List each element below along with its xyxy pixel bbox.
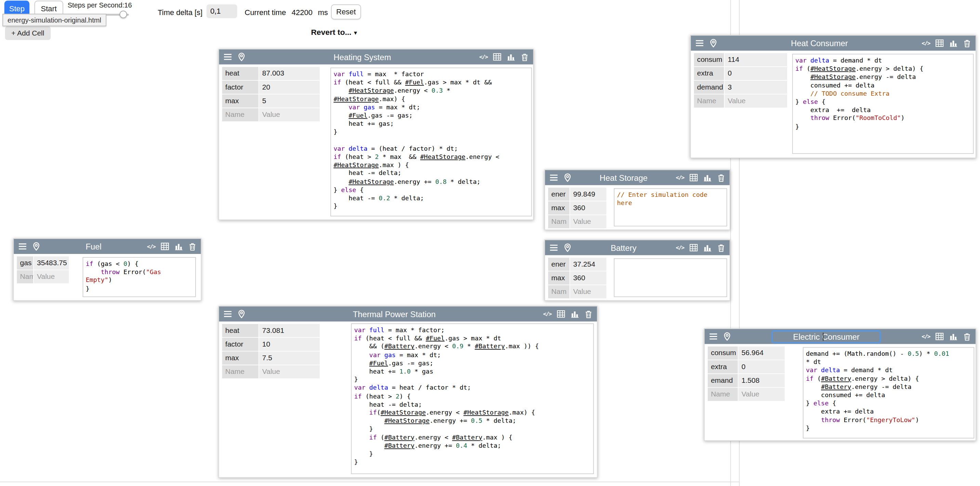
variable-name-cell[interactable]: Nam	[548, 215, 570, 228]
variable-value-cell[interactable]: 10	[259, 338, 320, 351]
trash-icon[interactable]	[520, 52, 529, 62]
variable-name-cell[interactable]: consum	[708, 346, 738, 359]
chart-view-icon[interactable]	[174, 241, 183, 251]
variable-name-cell[interactable]: Name	[708, 388, 738, 401]
variable-value-cell[interactable]: 35483.75	[34, 256, 69, 269]
variable-value-cell[interactable]: Value	[570, 215, 606, 228]
variable-name-cell[interactable]: max	[222, 94, 259, 107]
variable-name-cell[interactable]: max	[548, 272, 570, 284]
pin-icon[interactable]	[563, 173, 572, 182]
menu-icon[interactable]	[549, 243, 558, 252]
code-view-icon[interactable]: </>	[479, 52, 488, 62]
variable-value-cell[interactable]: 56.964	[738, 346, 784, 359]
chart-view-icon[interactable]	[703, 173, 712, 182]
slider-thumb[interactable]	[120, 11, 127, 18]
table-view-icon[interactable]	[935, 332, 944, 341]
trash-icon[interactable]	[716, 243, 725, 252]
code-view-icon[interactable]: </>	[675, 243, 684, 252]
time-delta-input[interactable]: 0,1	[207, 5, 237, 18]
code-view-icon[interactable]: </>	[921, 332, 931, 341]
variable-value-cell[interactable]: 3	[725, 81, 787, 94]
cell-header-drag-handle[interactable]: Heat Storage </>	[545, 170, 730, 185]
variable-name-cell[interactable]: consum	[694, 53, 724, 66]
menu-icon[interactable]	[223, 309, 232, 319]
menu-icon[interactable]	[549, 173, 558, 182]
chart-view-icon[interactable]	[948, 332, 958, 341]
variable-name-cell[interactable]: heat	[222, 324, 259, 337]
cell-title[interactable]: Thermal Power Station	[353, 309, 436, 319]
code-editor[interactable]: var delta = demand * dtif (#HeatStorage.…	[792, 54, 974, 154]
table-view-icon[interactable]	[689, 243, 698, 252]
code-view-icon[interactable]: </>	[542, 309, 552, 319]
pin-icon[interactable]	[237, 52, 246, 62]
cell-title[interactable]: Fuel	[86, 241, 101, 252]
menu-icon[interactable]	[223, 52, 232, 62]
variable-value-cell[interactable]: 37.254	[570, 258, 606, 271]
cell-title[interactable]: Electric Consumer	[772, 330, 881, 343]
variable-value-cell[interactable]: Value	[570, 285, 606, 298]
cell-header-drag-handle[interactable]: Electric Consumer </>	[705, 329, 975, 344]
variable-value-cell[interactable]: Value	[34, 270, 69, 283]
table-view-icon[interactable]	[492, 52, 502, 62]
trash-icon[interactable]	[584, 309, 593, 319]
variable-value-cell[interactable]: 360	[570, 201, 606, 214]
variable-name-cell[interactable]: Nam	[548, 285, 570, 298]
variable-value-cell[interactable]: 5	[259, 94, 320, 107]
trash-icon[interactable]	[716, 173, 725, 182]
revert-dropdown[interactable]: Revert to... ▾	[311, 28, 357, 37]
menu-icon[interactable]	[18, 241, 27, 251]
variable-name-cell[interactable]: extra	[694, 67, 724, 80]
variable-name-cell[interactable]: emand	[708, 374, 738, 387]
variable-name-cell[interactable]: max	[222, 351, 259, 364]
variable-value-cell[interactable]: 1.508	[738, 374, 784, 387]
variable-name-cell[interactable]: gas	[17, 256, 33, 269]
variable-value-cell[interactable]: 0	[738, 360, 784, 373]
variable-name-cell[interactable]: Name	[222, 365, 259, 378]
cell-header-drag-handle[interactable]: Thermal Power Station </>	[219, 307, 597, 322]
chart-view-icon[interactable]	[506, 52, 515, 62]
variable-value-cell[interactable]: 99.849	[570, 187, 606, 201]
table-view-icon[interactable]	[556, 309, 566, 319]
variable-name-cell[interactable]: factor	[222, 338, 259, 351]
variable-value-cell[interactable]: 73.081	[259, 324, 320, 337]
code-editor[interactable]: var full = max * factor;if (heat < full …	[351, 323, 594, 474]
variable-name-cell[interactable]: demand	[694, 81, 724, 94]
chart-view-icon[interactable]	[703, 243, 712, 252]
variable-value-cell[interactable]: Value	[259, 108, 320, 121]
menu-icon[interactable]	[708, 332, 718, 341]
variable-value-cell[interactable]: 360	[570, 272, 606, 284]
code-editor[interactable]: // Enter simulation codehere	[614, 188, 727, 227]
pin-icon[interactable]	[563, 243, 572, 252]
variable-value-cell[interactable]: 0	[725, 67, 787, 80]
variable-name-cell[interactable]: factor	[222, 81, 259, 94]
variable-value-cell[interactable]: 114	[725, 53, 787, 66]
pin-icon[interactable]	[32, 241, 41, 251]
code-view-icon[interactable]: </>	[146, 241, 156, 251]
variable-name-cell[interactable]: Name	[222, 108, 259, 121]
code-editor[interactable]: var full = max * factorif (heat < full &…	[330, 68, 532, 217]
reset-button[interactable]: Reset	[331, 5, 361, 19]
cell-header-drag-handle[interactable]: Fuel </>	[14, 239, 201, 254]
chart-view-icon[interactable]	[570, 309, 579, 319]
cell-title[interactable]: Heating System	[334, 52, 391, 62]
variable-name-cell[interactable]: max	[548, 201, 570, 214]
cell-title[interactable]: Heat Storage	[600, 173, 647, 183]
variable-value-cell[interactable]: 20	[259, 81, 320, 94]
variable-name-cell[interactable]: heat	[222, 67, 259, 80]
cell-title[interactable]: Battery	[611, 243, 636, 253]
variable-value-cell[interactable]: Value	[738, 388, 784, 401]
variable-name-cell[interactable]: Nam	[17, 270, 33, 283]
variable-name-cell[interactable]: extra	[708, 360, 738, 373]
code-editor[interactable]	[614, 258, 727, 297]
add-cell-button[interactable]: + Add Cell	[5, 26, 51, 40]
variable-name-cell[interactable]: ener	[548, 187, 570, 201]
table-view-icon[interactable]	[160, 241, 169, 251]
trash-icon[interactable]	[188, 241, 197, 251]
variable-value-cell[interactable]: Value	[725, 94, 787, 107]
trash-icon[interactable]	[963, 332, 972, 341]
variable-value-cell[interactable]: 7.5	[259, 351, 320, 364]
pin-icon[interactable]	[722, 332, 732, 341]
variable-name-cell[interactable]: ener	[548, 258, 570, 271]
code-view-icon[interactable]: </>	[675, 173, 684, 182]
cell-header-drag-handle[interactable]: Battery </>	[545, 240, 730, 255]
